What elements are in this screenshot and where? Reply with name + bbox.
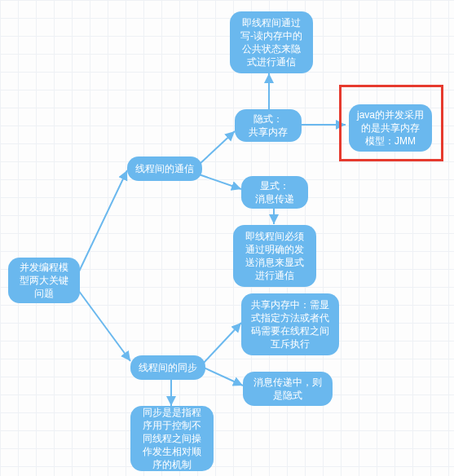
- node-root: 并发编程模型两大关键问题: [8, 258, 80, 303]
- node-sync-def-label: 同步是是指程序用于控制不同线程之间操作发生相对顺序的机制: [139, 406, 205, 472]
- node-sync-shared-mem: 共享内存中：需显式指定方法或者代码需要在线程之间互斥执行: [241, 293, 339, 355]
- node-comm-explicit: 显式： 消息传递: [241, 176, 308, 209]
- svg-line-2: [199, 131, 235, 165]
- node-comm-explicit-label: 显式： 消息传递: [255, 179, 294, 205]
- node-comm: 线程间的通信: [127, 156, 202, 181]
- svg-line-0: [78, 170, 127, 273]
- svg-line-3: [199, 174, 241, 189]
- node-comm-implicit-detail: 即线程间通过写-读内存中的公共状态来隐式进行通信: [230, 11, 313, 73]
- svg-line-1: [78, 290, 130, 361]
- node-sync-label: 线程间的同步: [139, 361, 197, 374]
- node-sync-shared-mem-label: 共享内存中：需显式指定方法或者代码需要在线程之间互斥执行: [249, 298, 331, 351]
- node-comm-implicit-detail-label: 即线程间通过写-读内存中的公共状态来隐式进行通信: [238, 16, 305, 69]
- node-comm-explicit-detail-label: 即线程间必须通过明确的发送消息来显式进行通信: [241, 230, 308, 283]
- node-comm-implicit-label: 隐式： 共享内存: [249, 112, 288, 139]
- node-root-label: 并发编程模型两大关键问题: [16, 261, 72, 301]
- node-sync-msg-pass: 消息传递中，则是隐式: [243, 372, 333, 406]
- node-sync: 线程间的同步: [130, 355, 205, 380]
- node-sync-def: 同步是是指程序用于控制不同线程之间操作发生相对顺序的机制: [130, 406, 214, 471]
- node-sync-msg-pass-label: 消息传递中，则是隐式: [251, 376, 324, 402]
- svg-line-7: [204, 323, 241, 363]
- edge-layer: [0, 0, 454, 476]
- node-comm-explicit-detail: 即线程间必须通过明确的发送消息来显式进行通信: [233, 225, 316, 287]
- svg-line-8: [204, 368, 243, 386]
- highlight-jmm: [339, 85, 443, 161]
- node-comm-implicit: 隐式： 共享内存: [235, 109, 302, 142]
- node-comm-label: 线程间的通信: [135, 162, 194, 175]
